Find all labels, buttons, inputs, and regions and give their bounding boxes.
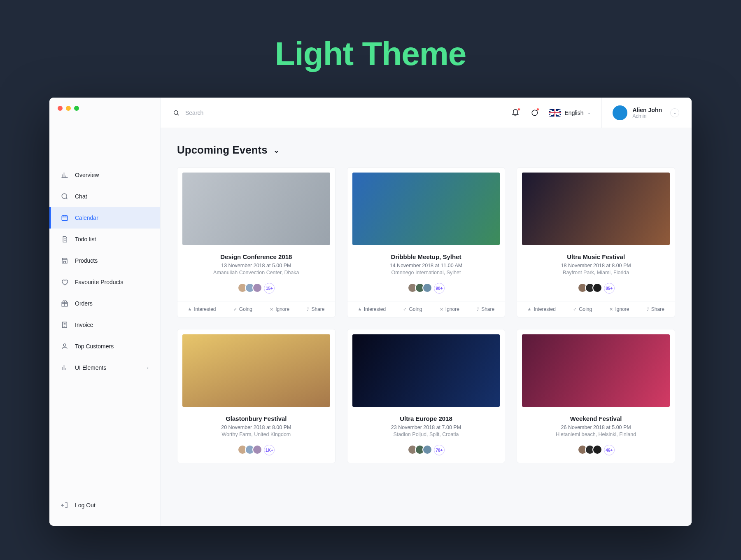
cross-icon: ✕ (440, 307, 443, 312)
star-icon: ★ (188, 307, 192, 312)
logout-button[interactable]: Log Out (49, 495, 160, 516)
attendee-avatars: 78+ (355, 445, 498, 455)
attendee-count-badge[interactable]: 15+ (264, 283, 275, 294)
hero-title: Light Theme (0, 0, 741, 98)
star-icon: ★ (527, 307, 531, 312)
ignore-button[interactable]: ✕Ignore (609, 306, 629, 312)
cross-icon: ✕ (609, 307, 613, 312)
event-location: Omnnego International, Sylhet (355, 270, 498, 275)
minimize-window-icon[interactable] (66, 106, 71, 111)
avatar (252, 445, 262, 455)
share-icon: ⤴ (477, 307, 479, 312)
event-card[interactable]: Design Conference 201813 November 2018 a… (177, 167, 336, 317)
event-card[interactable]: Weekend Festival26 November 2018 at 5.00… (517, 329, 675, 463)
sidebar-item-chat[interactable]: Chat (49, 186, 160, 207)
interested-button[interactable]: ★Interested (188, 306, 216, 312)
attendee-count-badge[interactable]: 46+ (604, 445, 615, 455)
event-title: Design Conference 2018 (185, 253, 328, 260)
sidebar-item-ui-elements[interactable]: UI Elements › (49, 357, 160, 378)
maximize-window-icon[interactable] (74, 106, 79, 111)
share-icon: ⤴ (307, 307, 309, 312)
event-card[interactable]: Glastonbury Festival20 November 2018 at … (177, 329, 336, 463)
sidebar-item-label: Todo list (75, 236, 96, 243)
window-controls (49, 98, 160, 119)
star-icon: ★ (358, 307, 362, 312)
sidebar-item-orders[interactable]: Orders (49, 293, 160, 314)
event-card[interactable]: Dribbble Meetup, Sylhet14 November 2018 … (347, 167, 506, 317)
sidebar-item-favourite-products[interactable]: Favourite Products (49, 271, 160, 293)
event-title: Weekend Festival (524, 415, 667, 422)
cross-icon: ✕ (270, 307, 273, 312)
event-title: Glastonbury Festival (185, 415, 328, 422)
sidebar-item-top-customers[interactable]: Top Customers (49, 336, 160, 357)
going-button[interactable]: ✓Going (573, 306, 592, 312)
event-location: Amanullah Convection Center, Dhaka (185, 270, 328, 275)
chevron-down-icon: ⌄ (273, 146, 280, 155)
store-icon (61, 257, 68, 264)
event-title: Ultra Europe 2018 (355, 415, 498, 422)
event-actions: ★Interested✓Going✕Ignore⤴Share (517, 301, 675, 317)
attendee-avatars: 1K+ (185, 445, 328, 455)
search-input[interactable] (185, 110, 292, 116)
page-title[interactable]: Upcoming Events ⌄ (177, 144, 675, 156)
event-image (182, 173, 330, 245)
share-button[interactable]: ⤴Share (647, 306, 664, 312)
sidebar-item-calendar[interactable]: Calendar (49, 207, 160, 229)
uk-flag-icon (549, 109, 561, 117)
going-button[interactable]: ✓Going (403, 306, 422, 312)
content: Upcoming Events ⌄ Design Conference 2018… (161, 128, 692, 479)
svg-point-5 (174, 110, 178, 114)
event-date: 23 November 2018 at 7.00 PM (355, 425, 498, 430)
sidebar-item-todo[interactable]: Todo list (49, 229, 160, 250)
search (173, 110, 292, 116)
chat-icon (61, 193, 68, 200)
sidebar-item-invoice[interactable]: Invoice (49, 314, 160, 336)
user-menu[interactable]: Alien John Admin ⌄ (601, 98, 679, 128)
attendee-count-badge[interactable]: 1K+ (264, 445, 275, 455)
event-date: 13 November 2018 at 5.00 PM (185, 263, 328, 268)
going-button[interactable]: ✓Going (233, 306, 252, 312)
svg-rect-1 (62, 216, 68, 221)
event-location: Worthy Farm, United Kingdom (185, 432, 328, 437)
interested-button[interactable]: ★Interested (358, 306, 386, 312)
sidebar-item-label: Calendar (75, 215, 98, 221)
avatar (422, 283, 432, 293)
event-location: Stadion Poljud, Split, Croatia (355, 432, 498, 437)
messages-button[interactable] (530, 109, 538, 117)
calendar-icon (61, 214, 68, 222)
ui-elements-icon (61, 364, 68, 371)
event-date: 14 November 2018 at 11.00 AM (355, 263, 498, 268)
chevron-down-icon: ⌄ (587, 110, 591, 115)
notifications-button[interactable] (511, 109, 520, 117)
event-image (352, 173, 500, 245)
avatar (252, 283, 262, 293)
check-icon: ✓ (573, 307, 577, 312)
sidebar-nav: Overview Chat Calendar Todo list Product… (49, 164, 160, 495)
gift-icon (61, 300, 68, 307)
language-selector[interactable]: English ⌄ (549, 109, 591, 117)
attendee-count-badge[interactable]: 85+ (604, 283, 615, 294)
event-card[interactable]: Ultra Music Festival18 November 2018 at … (517, 167, 675, 317)
share-button[interactable]: ⤴Share (477, 306, 494, 312)
event-actions: ★Interested✓Going✕Ignore⤴Share (177, 301, 335, 317)
share-button[interactable]: ⤴Share (307, 306, 324, 312)
event-image (182, 334, 330, 407)
sidebar-item-overview[interactable]: Overview (49, 164, 160, 186)
event-date: 18 November 2018 at 8.00 PM (524, 263, 667, 268)
attendee-avatars: 15+ (185, 283, 328, 294)
close-window-icon[interactable] (58, 106, 63, 111)
topbar: English ⌄ Alien John Admin ⌄ (161, 98, 692, 128)
event-title: Dribbble Meetup, Sylhet (355, 253, 498, 260)
attendee-count-badge[interactable]: 90+ (434, 283, 445, 294)
invoice-icon (61, 321, 68, 329)
ignore-button[interactable]: ✕Ignore (440, 306, 459, 312)
event-card[interactable]: Ultra Europe 201823 November 2018 at 7.0… (347, 329, 506, 463)
interested-button[interactable]: ★Interested (527, 306, 555, 312)
event-actions: ★Interested✓Going✕Ignore⤴Share (347, 301, 505, 317)
sidebar-item-products[interactable]: Products (49, 250, 160, 271)
sidebar: Overview Chat Calendar Todo list Product… (49, 98, 161, 526)
event-date: 26 November 2018 at 5.00 PM (524, 425, 667, 430)
ignore-button[interactable]: ✕Ignore (270, 306, 289, 312)
attendee-count-badge[interactable]: 78+ (434, 445, 445, 455)
logout-icon (61, 502, 68, 509)
